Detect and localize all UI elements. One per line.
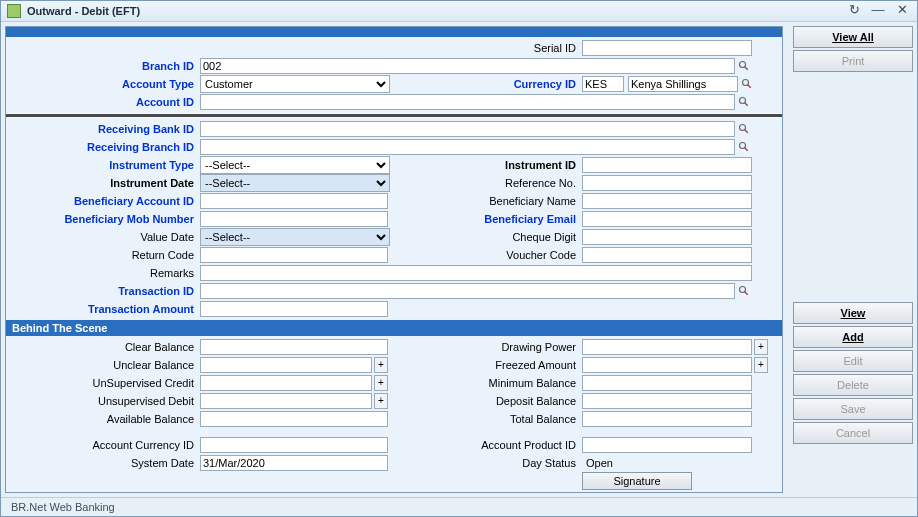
voucher-code-label: Voucher Code <box>388 249 582 261</box>
svg-point-2 <box>743 79 749 85</box>
plus-button[interactable]: + <box>374 393 388 409</box>
reference-no-input[interactable] <box>582 175 752 191</box>
content: Serial ID Branch ID Account Type Custome… <box>1 22 917 497</box>
beneficiary-account-input[interactable] <box>200 193 388 209</box>
instrument-date-select[interactable]: --Select-- <box>200 174 390 192</box>
svg-line-5 <box>745 103 748 106</box>
plus-button[interactable]: + <box>754 339 768 355</box>
total-balance-input[interactable] <box>582 411 752 427</box>
total-balance-label: Total Balance <box>388 413 582 425</box>
close-icon[interactable]: ✕ <box>893 4 911 18</box>
plus-button[interactable]: + <box>374 357 388 373</box>
account-product-label: Account Product ID <box>388 439 582 451</box>
deposit-balance-label: Deposit Balance <box>388 395 582 407</box>
available-balance-input[interactable] <box>200 411 388 427</box>
add-button[interactable]: Add <box>793 326 913 348</box>
status-bar: BR.Net Web Banking <box>1 497 917 516</box>
return-code-input[interactable] <box>200 247 388 263</box>
system-date-label: System Date <box>10 457 200 469</box>
refresh-icon[interactable]: ↻ <box>845 4 863 18</box>
day-status-label: Day Status <box>388 457 582 469</box>
transaction-amount-input[interactable] <box>200 301 388 317</box>
save-button[interactable]: Save <box>793 398 913 420</box>
value-date-select[interactable]: --Select-- <box>200 228 390 246</box>
bts-header: Behind The Scene <box>6 320 782 336</box>
serial-id-input[interactable] <box>582 40 752 56</box>
view-all-button[interactable]: View All <box>793 26 913 48</box>
remarks-input[interactable] <box>200 265 752 281</box>
divider <box>6 114 782 117</box>
voucher-code-input[interactable] <box>582 247 752 263</box>
instrument-id-input[interactable] <box>582 157 752 173</box>
delete-button[interactable]: Delete <box>793 374 913 396</box>
plus-button[interactable]: + <box>754 357 768 373</box>
freezed-amount-input[interactable] <box>582 357 752 373</box>
cheque-digit-input[interactable] <box>582 229 752 245</box>
account-type-select[interactable]: Customer <box>200 75 390 93</box>
beneficiary-account-label: Beneficiary Account ID <box>10 195 200 207</box>
clear-balance-label: Clear Balance <box>10 341 200 353</box>
search-icon[interactable] <box>737 284 751 298</box>
account-currency-label: Account Currency ID <box>10 439 200 451</box>
instrument-type-select[interactable]: --Select-- <box>200 156 390 174</box>
drawing-power-input[interactable] <box>582 339 752 355</box>
window-title: Outward - Debit (EFT) <box>27 5 839 17</box>
unsupervised-debit-input[interactable] <box>200 393 372 409</box>
beneficiary-mob-input[interactable] <box>200 211 388 227</box>
minimum-balance-input[interactable] <box>582 375 752 391</box>
serial-id-label: Serial ID <box>10 42 582 54</box>
beneficiary-name-label: Beneficiary Name <box>388 195 582 207</box>
cancel-button[interactable]: Cancel <box>793 422 913 444</box>
signature-button[interactable]: Signature <box>582 472 692 490</box>
clear-balance-input[interactable] <box>200 339 388 355</box>
beneficiary-name-input[interactable] <box>582 193 752 209</box>
transaction-amount-label: Transaction Amount <box>10 303 200 315</box>
unclear-balance-label: Unclear Balance <box>10 359 200 371</box>
beneficiary-email-input[interactable] <box>582 211 752 227</box>
plus-button[interactable]: + <box>374 375 388 391</box>
branch-id-input[interactable] <box>200 58 735 74</box>
search-icon[interactable] <box>737 122 751 136</box>
bts-form: Clear Balance Drawing Power + Unclear Ba… <box>6 336 782 492</box>
day-status-value: Open <box>582 457 752 469</box>
instrument-type-label: Instrument Type <box>10 159 200 171</box>
svg-point-6 <box>740 124 746 130</box>
transaction-id-label: Transaction ID <box>10 285 200 297</box>
account-type-label: Account Type <box>10 78 200 90</box>
transaction-id-input[interactable] <box>200 283 735 299</box>
unsupervised-debit-label: Unsupervised Debit <box>10 395 200 407</box>
app-window: Outward - Debit (EFT) ↻ — ✕ Serial ID Br… <box>0 0 918 517</box>
view-button[interactable]: View <box>793 302 913 324</box>
account-product-input[interactable] <box>582 437 752 453</box>
detail-form: Receiving Bank ID Receiving Branch ID In… <box>6 118 782 320</box>
branch-id-label: Branch ID <box>10 60 200 72</box>
main-panel: Serial ID Branch ID Account Type Custome… <box>5 26 783 493</box>
currency-name-input[interactable] <box>628 76 738 92</box>
edit-button[interactable]: Edit <box>793 350 913 372</box>
svg-line-1 <box>745 67 748 70</box>
currency-code-input[interactable] <box>582 76 624 92</box>
account-currency-input[interactable] <box>200 437 388 453</box>
deposit-balance-input[interactable] <box>582 393 752 409</box>
account-id-input[interactable] <box>200 94 735 110</box>
search-icon[interactable] <box>737 95 751 109</box>
value-date-label: Value Date <box>10 231 200 243</box>
receiving-bank-label: Receiving Bank ID <box>10 123 200 135</box>
unclear-balance-input[interactable] <box>200 357 372 373</box>
search-icon[interactable] <box>737 140 751 154</box>
app-icon <box>7 4 21 18</box>
search-icon[interactable] <box>737 59 751 73</box>
receiving-bank-input[interactable] <box>200 121 735 137</box>
instrument-id-label: Instrument ID <box>390 159 582 171</box>
minimize-icon[interactable]: — <box>869 4 887 18</box>
remarks-label: Remarks <box>10 267 200 279</box>
currency-id-label: Currency ID <box>390 78 582 90</box>
system-date-input[interactable] <box>200 455 388 471</box>
svg-point-4 <box>740 97 746 103</box>
unsupervised-credit-input[interactable] <box>200 375 372 391</box>
print-button[interactable]: Print <box>793 50 913 72</box>
search-icon[interactable] <box>740 77 754 91</box>
instrument-date-label: Instrument Date <box>10 177 200 189</box>
return-code-label: Return Code <box>10 249 200 261</box>
receiving-branch-input[interactable] <box>200 139 735 155</box>
